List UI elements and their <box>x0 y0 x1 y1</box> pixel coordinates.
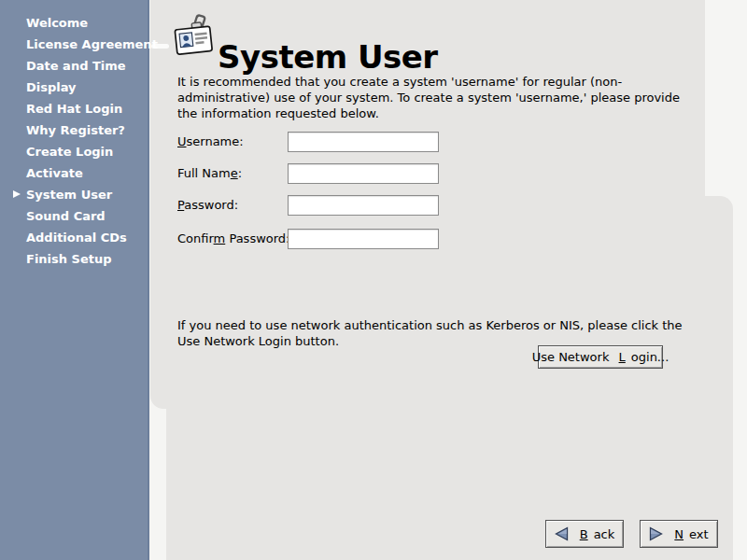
id-badge-icon <box>172 12 215 59</box>
username-row: Username: <box>177 132 458 152</box>
sidebar-item-why-register[interactable]: Why Register? <box>0 119 148 141</box>
full-name-label: Full Name: <box>177 163 242 184</box>
sidebar-item-label: Welcome <box>26 16 88 30</box>
network-note-text: If you need to use network authenticatio… <box>177 317 700 349</box>
confirm-password-row: Confirm Password: <box>177 229 458 249</box>
sidebar-item-license-agreement[interactable]: License Agreement <box>0 34 148 55</box>
sidebar-item-label: Display <box>26 80 77 94</box>
password-row: Password: <box>177 195 458 216</box>
username-label: Username: <box>177 132 244 152</box>
content-panel-lower <box>166 196 733 560</box>
confirm-password-input[interactable] <box>288 229 439 249</box>
intro-text: It is recommended that you create a syst… <box>177 74 700 121</box>
sidebar-item-label: Why Register? <box>26 123 125 137</box>
sidebar-item-label: Additional CDs <box>26 231 127 245</box>
sidebar-item-sound-card[interactable]: Sound Card <box>0 205 148 227</box>
page-title: System User <box>218 38 438 76</box>
sidebar-item-label: Sound Card <box>26 209 106 223</box>
sidebar-item-welcome[interactable]: Welcome <box>0 12 148 34</box>
sidebar-item-display[interactable]: Display <box>0 77 148 98</box>
next-button[interactable]: Next <box>640 520 718 548</box>
sidebar-item-finish-setup[interactable]: Finish Setup <box>0 248 148 270</box>
confirm-password-label: Confirm Password: <box>177 229 289 249</box>
full-name-input[interactable] <box>288 163 439 184</box>
sidebar-item-activate[interactable]: Activate <box>0 162 148 184</box>
sidebar-item-label: Finish Setup <box>26 252 112 266</box>
sidebar-item-label: Activate <box>26 166 83 180</box>
sidebar-item-system-user[interactable]: System User <box>0 184 148 205</box>
back-button[interactable]: Back <box>545 520 624 548</box>
password-label: Password: <box>177 195 238 216</box>
sidebar-item-additional-cds[interactable]: Additional CDs <box>0 227 148 248</box>
step-list: Welcome License Agreement Date and Time … <box>0 0 148 270</box>
sidebar-item-label: Create Login <box>26 145 113 159</box>
sidebar-item-date-and-time[interactable]: Date and Time <box>0 55 148 77</box>
sidebar-item-label: License Agreement <box>26 37 158 51</box>
full-name-row: Full Name: <box>177 163 458 184</box>
sidebar: Welcome License Agreement Date and Time … <box>0 0 149 560</box>
sidebar-item-create-login[interactable]: Create Login <box>0 141 148 162</box>
password-input[interactable] <box>288 195 439 216</box>
firstboot-window: Welcome License Agreement Date and Time … <box>0 0 747 560</box>
next-arrow-icon <box>649 526 663 541</box>
username-input[interactable] <box>288 132 439 152</box>
back-arrow-icon <box>555 526 569 541</box>
sidebar-item-label: Date and Time <box>26 59 126 73</box>
use-network-login-button[interactable]: Use Network Login... <box>538 345 663 369</box>
sidebar-item-label: Red Hat Login <box>26 102 122 116</box>
current-step-arrow-icon <box>13 190 21 198</box>
sidebar-item-label: System User <box>26 188 112 202</box>
sidebar-item-red-hat-login[interactable]: Red Hat Login <box>0 98 148 119</box>
